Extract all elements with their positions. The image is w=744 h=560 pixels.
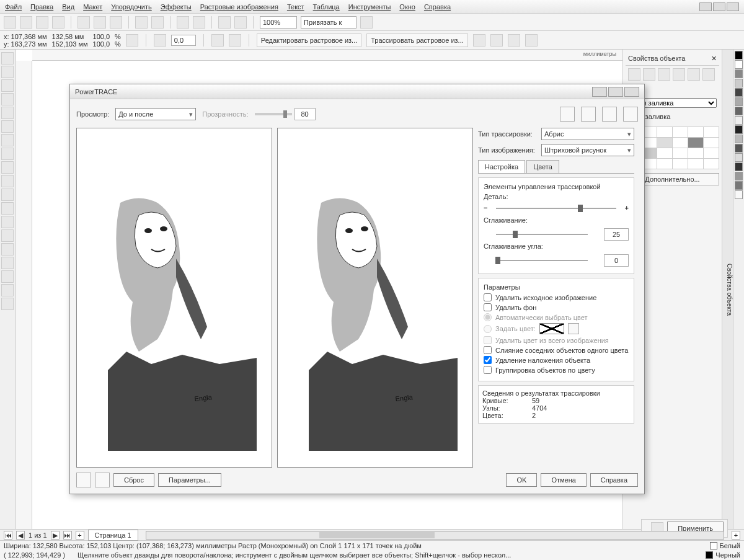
outline-tab-icon[interactable] [643, 68, 655, 81]
page-prev-icon[interactable]: ◀ [16, 531, 25, 540]
edit-bitmap-button[interactable]: Редактировать растровое из... [257, 33, 361, 47]
export-icon[interactable] [193, 16, 205, 29]
wrap-text-icon[interactable] [525, 34, 538, 47]
connector-tool-icon[interactable] [1, 229, 14, 242]
cut-icon[interactable] [78, 16, 90, 29]
menu-layout[interactable]: Макет [83, 3, 102, 11]
page-tab[interactable]: Страница 1 [88, 530, 138, 541]
undo-icon[interactable] [135, 16, 148, 29]
rotation-angle[interactable]: 0,0 [171, 35, 196, 46]
window-close-icon[interactable] [727, 2, 739, 11]
new-icon[interactable] [4, 16, 16, 29]
reset-button[interactable]: Сброс [113, 473, 154, 487]
menu-edit[interactable]: Правка [30, 3, 53, 11]
cancel-button[interactable]: Отмена [541, 473, 586, 487]
copy-icon[interactable] [94, 16, 106, 29]
dlg-minimize-icon[interactable] [592, 87, 607, 97]
tab-colors[interactable]: Цвета [526, 160, 559, 173]
text-tool-icon[interactable] [1, 189, 14, 201]
import-icon[interactable] [177, 16, 189, 29]
zoom-combo[interactable]: 100% [260, 16, 297, 29]
page-next-icon[interactable]: ▶ [51, 531, 60, 540]
menu-arrange[interactable]: Упорядочить [111, 3, 151, 11]
menu-effects[interactable]: Эффекты [161, 3, 192, 11]
image-type-combo[interactable]: Штриховой рисунок [541, 144, 634, 156]
dimension-tool-icon[interactable] [1, 216, 14, 228]
remove-bg-checkbox[interactable] [484, 303, 492, 311]
ok-button[interactable]: OK [506, 473, 537, 487]
zoom-in-icon[interactable] [560, 107, 575, 122]
zoom-tool-icon[interactable] [1, 93, 14, 105]
redo-preview-icon[interactable] [95, 473, 110, 487]
mirror-v-icon[interactable] [229, 34, 241, 47]
trace-bitmap-button[interactable]: Трассировать растровое из... [366, 33, 468, 47]
fill-tool-icon[interactable] [1, 284, 14, 296]
options-icon[interactable] [360, 16, 373, 29]
transparency-slider[interactable] [255, 113, 292, 115]
menu-bitmaps[interactable]: Растровые изображения [200, 3, 278, 11]
smart-fill-icon[interactable] [1, 120, 14, 133]
menu-table[interactable]: Таблица [313, 3, 340, 11]
menu-tools[interactable]: Инструменты [348, 3, 391, 11]
outline-tool-icon[interactable] [1, 270, 14, 283]
side-tab-properties[interactable]: Свойства объекта [722, 50, 733, 529]
window-restore-icon[interactable] [713, 2, 725, 11]
trace-type-combo[interactable]: Абрис [541, 128, 634, 140]
fill-tab-icon[interactable] [628, 68, 640, 81]
panel-close-icon[interactable]: ✕ [711, 55, 717, 63]
pan-icon[interactable] [623, 107, 638, 122]
lock-ratio-icon[interactable] [126, 34, 138, 47]
paste-icon[interactable] [110, 16, 122, 29]
tab6-icon[interactable] [702, 68, 715, 81]
options-button[interactable]: Параметры... [158, 473, 221, 487]
interactive-fill-icon[interactable] [1, 298, 14, 310]
table-tool-icon[interactable] [1, 202, 14, 215]
zoom-out-icon[interactable] [581, 107, 596, 122]
freehand-tool-icon[interactable] [1, 107, 14, 119]
menu-view[interactable]: Вид [62, 3, 74, 11]
page-last-icon[interactable]: ⏭ [63, 531, 72, 540]
mirror-h-icon[interactable] [211, 34, 224, 47]
ellipse-tool-icon[interactable] [1, 148, 14, 160]
remove-overlap-checkbox[interactable] [484, 356, 492, 364]
detail-slider[interactable]: −+ [484, 203, 629, 214]
tab-settings[interactable]: Настройка [478, 160, 525, 173]
crop-icon[interactable] [473, 34, 485, 47]
delete-original-checkbox[interactable] [484, 293, 492, 301]
page-first-icon[interactable]: ⏮ [4, 531, 12, 540]
help-button[interactable]: Справка [590, 473, 638, 487]
rectangle-tool-icon[interactable] [1, 134, 14, 146]
welcome-icon[interactable] [234, 16, 247, 29]
corner-slider[interactable] [484, 255, 600, 266]
menu-help[interactable]: Справка [424, 3, 451, 11]
smoothing-slider[interactable] [484, 229, 600, 240]
group-by-color-checkbox[interactable] [484, 366, 492, 374]
interactive-tool-icon[interactable] [1, 243, 14, 256]
redo-icon[interactable] [151, 16, 164, 29]
tab3-icon[interactable] [658, 68, 670, 81]
merge-adjacent-checkbox[interactable] [484, 346, 492, 354]
print-icon[interactable] [52, 16, 64, 29]
open-icon[interactable] [20, 16, 32, 29]
crop-tool-icon[interactable] [1, 79, 14, 92]
tab5-icon[interactable] [688, 68, 700, 81]
window-minimize-icon[interactable] [699, 2, 712, 11]
zoom-plus-icon[interactable]: + [732, 531, 740, 540]
horizontal-scrollbar[interactable] [146, 531, 724, 540]
tab4-icon[interactable] [673, 68, 685, 81]
page-add-icon[interactable]: + [76, 531, 84, 540]
fit-icon[interactable] [602, 107, 617, 122]
menu-window[interactable]: Окно [399, 3, 415, 11]
basic-shapes-icon[interactable] [1, 175, 14, 187]
color-palette[interactable] [733, 50, 744, 529]
pick-tool-icon[interactable] [1, 52, 14, 64]
smoothing-value[interactable]: 25 [604, 228, 629, 241]
corner-value[interactable]: 0 [604, 254, 629, 267]
menu-text[interactable]: Текст [287, 3, 304, 11]
transparency-value[interactable]: 80 [294, 108, 316, 120]
undo-preview-icon[interactable] [76, 473, 91, 487]
snap-combo[interactable]: Привязать к [301, 16, 356, 29]
bitmap-border-icon[interactable] [508, 34, 520, 47]
polygon-tool-icon[interactable] [1, 161, 14, 174]
dlg-close-icon[interactable] [624, 87, 639, 97]
